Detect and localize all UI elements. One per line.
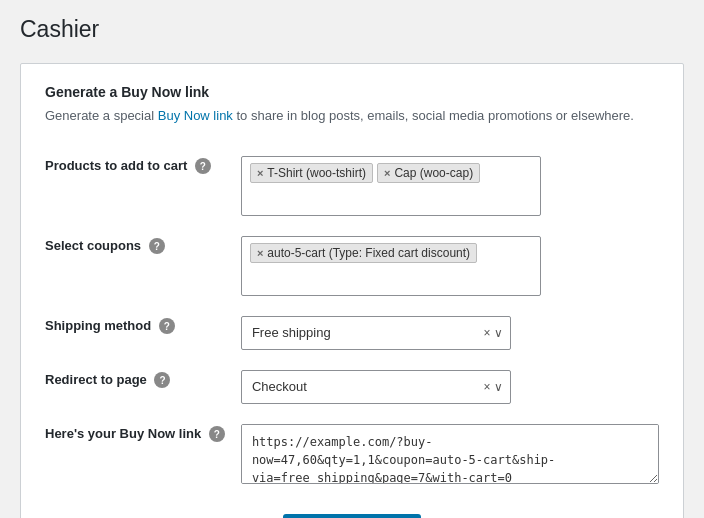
shipping-label: Shipping method	[45, 318, 151, 333]
shipping-select-wrap: Free shipping Flat rate Local pickup × ∨	[241, 316, 511, 350]
coupons-row: Select coupons ? × auto-5-cart (Type: Fi…	[45, 226, 659, 306]
tag-coupon-remove[interactable]: ×	[257, 247, 263, 259]
coupons-help-icon[interactable]: ?	[149, 238, 165, 254]
coupons-input-cell: × auto-5-cart (Type: Fixed cart discount…	[241, 226, 659, 306]
desc-prefix: Generate a special	[45, 108, 158, 123]
redirect-label-cell: Redirect to page ?	[45, 360, 241, 414]
products-row: Products to add to cart ? × T-Shirt (woo…	[45, 146, 659, 226]
coupons-label: Select coupons	[45, 238, 141, 253]
products-help-icon[interactable]: ?	[195, 158, 211, 174]
products-tag-input[interactable]: × T-Shirt (woo-tshirt) × Cap (woo-cap)	[241, 156, 541, 216]
desc-suffix: to share in blog posts, emails, social m…	[233, 108, 634, 123]
tag-cap-remove[interactable]: ×	[384, 167, 390, 179]
link-help-icon[interactable]: ?	[209, 426, 225, 442]
shipping-help-icon[interactable]: ?	[159, 318, 175, 334]
link-label: Here's your Buy Now link	[45, 426, 201, 441]
shipping-row: Shipping method ? Free shipping Flat rat…	[45, 306, 659, 360]
redirect-select[interactable]: Checkout Cart Home	[241, 370, 511, 404]
buy-now-link[interactable]: Buy Now link	[158, 108, 233, 123]
link-url-textarea[interactable]: https://example.com/?buy-now=47,60&qty=1…	[241, 424, 659, 484]
tag-coupon: × auto-5-cart (Type: Fixed cart discount…	[250, 243, 477, 263]
tag-tshirt-remove[interactable]: ×	[257, 167, 263, 179]
redirect-row: Redirect to page ? Checkout Cart Home × …	[45, 360, 659, 414]
copy-button[interactable]: Click to copy	[283, 514, 421, 519]
section-description: Generate a special Buy Now link to share…	[45, 106, 659, 126]
products-input-cell: × T-Shirt (woo-tshirt) × Cap (woo-cap)	[241, 146, 659, 226]
tag-coupon-label: auto-5-cart (Type: Fixed cart discount)	[267, 246, 470, 260]
shipping-label-cell: Shipping method ?	[45, 306, 241, 360]
section-title: Generate a Buy Now link	[45, 84, 659, 100]
page-title: Cashier	[20, 16, 684, 43]
form-table: Products to add to cart ? × T-Shirt (woo…	[45, 146, 659, 498]
shipping-input-cell: Free shipping Flat rate Local pickup × ∨	[241, 306, 659, 360]
tag-cap-label: Cap (woo-cap)	[394, 166, 473, 180]
main-card: Generate a Buy Now link Generate a speci…	[20, 63, 684, 518]
products-label-cell: Products to add to cart ?	[45, 146, 241, 226]
tag-cap: × Cap (woo-cap)	[377, 163, 480, 183]
shipping-select[interactable]: Free shipping Flat rate Local pickup	[241, 316, 511, 350]
link-row: Here's your Buy Now link ? https://examp…	[45, 414, 659, 498]
tag-tshirt: × T-Shirt (woo-tshirt)	[250, 163, 373, 183]
redirect-select-wrap: Checkout Cart Home × ∨	[241, 370, 511, 404]
coupons-label-cell: Select coupons ?	[45, 226, 241, 306]
tag-tshirt-label: T-Shirt (woo-tshirt)	[267, 166, 366, 180]
redirect-label: Redirect to page	[45, 372, 147, 387]
redirect-input-cell: Checkout Cart Home × ∨	[241, 360, 659, 414]
redirect-help-icon[interactable]: ?	[154, 372, 170, 388]
products-label: Products to add to cart	[45, 158, 187, 173]
link-input-cell: https://example.com/?buy-now=47,60&qty=1…	[241, 414, 659, 498]
link-label-cell: Here's your Buy Now link ?	[45, 414, 241, 498]
coupons-tag-input[interactable]: × auto-5-cart (Type: Fixed cart discount…	[241, 236, 541, 296]
